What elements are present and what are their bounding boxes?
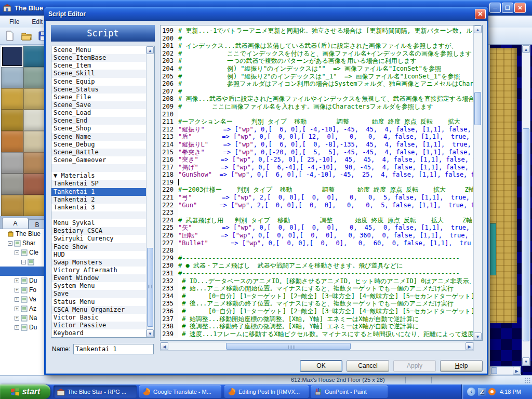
scroll-up-icon[interactable]: ▲ [522,45,530,53]
tree-item-cle[interactable]: −Cle [0,248,46,257]
script-list-item-scene-end[interactable]: Scene_End [51,117,147,125]
code-line[interactable]: 222"Gun" => ["wp", 2,[ 0, 0],[ 0, 0], 0,… [161,202,472,209]
script-list-item[interactable] [51,211,147,219]
code-editor[interactable]: 199# 更新...-1でバトラーアニメ更新と同期化。独立させる場合は [更新時… [160,25,483,341]
code-line[interactable]: 221"弓" => ["wp", 2,[ 0, 0],[ 0, 0], 0, 0… [161,194,472,202]
map-view[interactable]: ▲ ▼ [490,45,532,376]
code-line[interactable]: 209# ここに画像ファイル名を入れます。画像はCharactersフォルダを参… [161,103,472,111]
code-line[interactable]: 228 [161,247,472,255]
tree-item-shar[interactable]: −Shar [0,238,46,248]
code-horizontal-scrollbar[interactable]: ◀ ▶ [160,342,474,351]
code-vscroll-thumb[interactable] [474,92,481,125]
scroll-down-icon[interactable]: ▼ [147,329,154,337]
code-line[interactable]: 212"縦振り" => ["wp", 0,[ 6, 0],[ -4,-10], … [161,126,472,134]
script-list-item-victory-aftermath[interactable]: Victory Aftermath [51,267,147,274]
script-list-item[interactable] [51,164,147,172]
tileset-tab-b[interactable]: B [29,219,46,229]
code-line[interactable]: 203# 一つの武器で複数のパターンがある画像を用いる場合に利用します [161,57,472,65]
code-line[interactable]: 217"掲げ" => ["wp", 0,[ 6,-4],[ -4,-10], 9… [161,164,472,171]
tileset-tile[interactable] [23,195,46,216]
dialog-titlebar[interactable]: Script Editor ✕ [44,7,488,21]
list-scroll-thumb[interactable] [147,248,153,327]
script-list-item-scene-item[interactable]: Scene_Item [51,62,147,70]
script-list-item--materials[interactable]: ▼ Materials [51,172,147,180]
start-button[interactable]: start [0,384,50,399]
code-line[interactable]: 231#------------------------------------… [161,270,472,277]
tree-item-va[interactable]: +Va [0,295,46,304]
tileset-tile[interactable] [1,152,23,174]
expand-icon[interactable]: + [15,297,19,302]
script-list-item-save[interactable]: Save [51,290,147,298]
script-list-item-scene-shop[interactable]: Scene_Shop [51,125,147,132]
code-line[interactable]: 218"GunShow" => ["wp", 0,[ 6, 0],[ -4,-1… [161,171,472,179]
code-line[interactable]: 216"突き" => ["wp", 0,[-25, 0],[ 25,-10], … [161,156,472,164]
tileset-tile[interactable] [1,88,23,110]
code-line[interactable]: 214"縦振りL" => ["wp", 0,[ 6, 0],[ 0, -8],-… [161,141,472,149]
help-button[interactable]: Help [440,360,483,372]
tileset-tile[interactable] [23,131,46,152]
script-list-item-swiryuki-curency[interactable]: Swiryuki Curency [51,235,147,243]
scroll-up-icon[interactable]: ▲ [147,46,154,54]
code-line[interactable]: 230# ● 武器・アニメ飛ばし 武器や戦闘アニメを移動させます。飛び道具などに [161,262,472,270]
script-list-item-tankentai-3[interactable]: Tankentai 3 [51,204,147,211]
map-horizontal-scrollbar[interactable]: ▶ [490,366,521,375]
code-line[interactable]: 226"回転" => ["wp", 0,[ 0, 0],[ 0, 0], 0, … [161,232,472,240]
map-vertical-scrollbar[interactable]: ▲ ▼ [522,45,530,366]
tree-item-az[interactable]: +Az [0,304,46,313]
tileset-tile[interactable] [23,46,46,67]
code-line[interactable]: 233 # 始...アニメ移動の開始位置。マイナスにすると、複数ターゲットでも一… [161,285,472,292]
script-list-item-tankentai-sp[interactable]: Tankentai SP [51,180,147,188]
code-line[interactable]: 206# 参照フォルダはアイコン利用の場合はSystemフォルダ、独自画像とアニ… [161,80,472,88]
script-list-item-scene-file[interactable]: Scene_File [51,94,147,101]
scroll-right-icon[interactable]: ▶ [513,367,521,375]
code-line[interactable]: 238 # 後調整...移動終了座標の微調整。[X軸, Y軸] エネミーはX軸が… [161,323,472,330]
script-list-item-scene-gameover[interactable]: Scene_Gameover [51,156,147,164]
code-line[interactable]: 235 # 後...アニメ移動の終了位置。マイナスにすると、複数ターゲットでも一… [161,300,472,308]
tree-item-du[interactable]: +Du [0,323,46,332]
script-list-item-scene-menu[interactable]: Scene_Menu [51,46,147,54]
tree-item-fo[interactable]: +Fo [0,285,46,295]
new-project-icon[interactable] [4,30,16,42]
script-list-item-scene-skill[interactable]: Scene_Skill [51,70,147,77]
tileset-tile[interactable] [1,67,23,88]
code-line[interactable]: 204# 例) "縦振り"のインデックスは"" => 画像ファイル名"IconS… [161,65,472,73]
code-line[interactable]: 223 [161,209,472,217]
script-list-item-scene-name[interactable]: Scene_Name [51,133,147,141]
tree-item-du[interactable]: +Du [0,276,46,285]
expand-icon[interactable]: + [15,288,19,292]
close-button[interactable]: ✕ [514,3,526,13]
tree-item-the-blue[interactable]: −The Blue [0,229,46,238]
script-list-item-csca-menu-organizer[interactable]: CSCA Menu Organizer [51,306,147,314]
script-list-item-tankentai-2[interactable]: Tankentai 2 [51,196,147,204]
code-line[interactable]: 201# インデックス...武器画像は装備している武器(盾)に設定された画像ファ… [161,42,472,50]
script-list-item-scene-equip[interactable]: Scene_Equip [51,78,147,86]
code-line[interactable]: 232 # ID...データベースのアニメID。[移動させるアニメID, ヒット… [161,277,472,285]
cancel-button[interactable]: Cancel [347,360,389,372]
code-line[interactable]: 236 # [0=自分] [1=ターゲット] [2=敵全] [3=味方全] [4… [161,308,472,315]
script-list-item-hud[interactable]: HUD [51,251,147,259]
maximize-button[interactable]: ☐ [502,3,513,13]
tileset-tab-a[interactable]: A [2,218,29,229]
collapse-icon[interactable]: − [15,250,19,255]
script-list-item-scene-status[interactable]: Scene_Status [51,86,147,94]
script-list-scrollbar[interactable]: ▲ ▼ [146,46,154,337]
scroll-down-icon[interactable]: ▼ [474,332,482,340]
script-list-item-bestiary-csca[interactable]: Bestiary CSCA [51,227,147,235]
tileset-palette[interactable] [1,46,46,216]
script-list-item-status-menu[interactable]: Status Menu [51,298,147,306]
scroll-down-icon[interactable]: ▼ [522,357,530,365]
script-list-item-scene-debug[interactable]: Scene_Debug [51,141,147,149]
tileset-tile[interactable] [23,67,46,88]
code-line[interactable]: 215"拳突き" => ["wp", 0,[-20, 0],[ 5, 5], -… [161,149,472,156]
code-line[interactable]: 224# 武器飛ばし用 判別 タイプ 移動 調整 始度 終度 原点 反転 拡大 … [161,217,472,224]
code-line[interactable]: 210 [161,111,472,118]
task-button-editing-post-in-rmvx[interactable]: Editing Post In [RMVX... [224,385,309,398]
tileset-tile[interactable] [1,195,23,216]
task-button-gunpoint-paint[interactable]: GunPoint - Paint [311,385,388,398]
script-list-item-scene-itembase[interactable]: Scene_ItemBase [51,54,147,62]
resize-grip[interactable] [525,378,531,384]
script-list-item-keyboard[interactable]: Keyboard [51,329,147,337]
code-line[interactable]: 208# 画像...武器や盾に設定された画像ファイルやインデックスを無視して、武… [161,95,472,103]
open-project-icon[interactable] [21,30,32,42]
code-hscroll-thumb[interactable] [226,343,351,350]
